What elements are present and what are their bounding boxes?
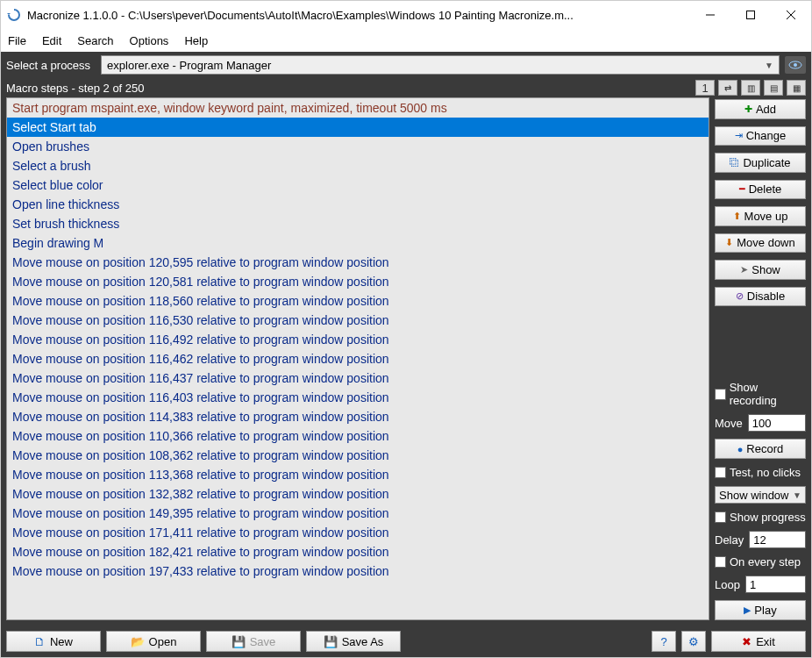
svg-point-5 (794, 63, 797, 67)
tool-grid1[interactable]: ▥ (741, 80, 760, 96)
gear-icon: ⚙ (688, 635, 699, 648)
tool-swap[interactable]: ⇄ (718, 80, 737, 96)
menu-search[interactable]: Search (77, 34, 113, 47)
menu-options[interactable]: Options (130, 34, 169, 47)
menu-edit[interactable]: Edit (42, 34, 61, 47)
delay-field[interactable]: 12 (749, 531, 806, 548)
new-button[interactable]: 🗋New (6, 631, 101, 652)
save-as-icon: 💾 (324, 635, 338, 648)
bottom-bar: 🗋New 📂Open 💾Save 💾Save As ? ⚙ ✖Exit (1, 626, 811, 657)
cursor-icon: ➤ (740, 264, 748, 275)
content: Start program mspaint.exe, window keywor… (1, 97, 811, 626)
show-button[interactable]: ➤Show (715, 260, 806, 280)
record-button[interactable]: ●Record (715, 439, 806, 459)
duplicate-button[interactable]: ⿻Duplicate (715, 153, 806, 173)
step-row[interactable]: Open line thickness (7, 195, 709, 214)
loop-label: Loop (715, 578, 740, 591)
tool-grid3[interactable]: ▦ (787, 80, 806, 96)
tool-first[interactable]: 1 (695, 80, 715, 96)
step-row[interactable]: Move mouse on position 108,362 relative … (7, 446, 709, 465)
save-icon: 💾 (231, 635, 246, 648)
help-button[interactable]: ? (652, 631, 676, 652)
change-icon: ⇥ (735, 130, 743, 141)
step-row[interactable]: Move mouse on position 114,383 relative … (7, 407, 709, 426)
add-button[interactable]: ✚Add (715, 99, 806, 119)
step-row[interactable]: Move mouse on position 118,560 relative … (7, 291, 709, 311)
step-row[interactable]: Move mouse on position 120,595 relative … (7, 253, 709, 272)
settings-button[interactable]: ⚙ (681, 631, 706, 652)
step-row[interactable]: Move mouse on position 182,421 relative … (7, 542, 709, 561)
disable-button[interactable]: ⊘Disable (715, 287, 806, 307)
steps-list[interactable]: Start program mspaint.exe, window keywor… (7, 98, 709, 619)
menu-file[interactable]: File (8, 34, 26, 47)
app-icon (6, 7, 22, 23)
checkbox-icon (715, 389, 726, 400)
step-row[interactable]: Select a brush (7, 156, 709, 175)
step-row[interactable]: Move mouse on position 171,411 relative … (7, 523, 709, 542)
step-row[interactable]: Move mouse on position 116,403 relative … (7, 388, 709, 407)
step-row[interactable]: Move mouse on position 116,462 relative … (7, 349, 709, 368)
step-row[interactable]: Move mouse on position 113,368 relative … (7, 465, 709, 484)
exit-icon: ✖ (742, 635, 751, 648)
steps-header-label: Macro steps - step 2 of 250 (6, 82, 145, 95)
step-row[interactable]: Begin drawing M (7, 233, 709, 253)
help-icon: ? (660, 635, 666, 648)
step-row[interactable]: Move mouse on position 116,492 relative … (7, 330, 709, 349)
folder-open-icon: 📂 (131, 635, 145, 648)
chevron-down-icon: ▼ (793, 490, 801, 500)
duplicate-icon: ⿻ (730, 157, 739, 168)
steps-list-container: Start program mspaint.exe, window keywor… (6, 97, 709, 620)
process-select[interactable]: explorer.exe - Program Manager ▼ (101, 55, 780, 75)
change-button[interactable]: ⇥Change (715, 126, 806, 147)
step-row[interactable]: Select Start tab (7, 118, 709, 137)
close-button[interactable] (771, 1, 811, 29)
open-button[interactable]: 📂Open (106, 631, 201, 652)
step-row[interactable]: Move mouse on position 120,581 relative … (7, 272, 709, 291)
exit-button[interactable]: ✖Exit (711, 631, 806, 652)
move-field[interactable]: 100 (748, 414, 806, 432)
step-row[interactable]: Move mouse on position 132,382 relative … (7, 484, 709, 504)
step-row[interactable]: Move mouse on position 110,366 relative … (7, 426, 709, 446)
step-row[interactable]: Open brushes (7, 137, 709, 156)
step-row[interactable]: Move mouse on position 116,437 relative … (7, 368, 709, 388)
show-progress-check[interactable]: Show progress (715, 511, 806, 524)
step-row[interactable]: Move mouse on position 197,433 relative … (7, 561, 709, 581)
moveup-button[interactable]: ⬆Move up (715, 206, 806, 226)
plus-icon: ✚ (744, 104, 752, 115)
loop-field[interactable]: 1 (745, 576, 806, 593)
checkbox-icon (715, 511, 726, 523)
delete-button[interactable]: ━Delete (715, 180, 806, 200)
saveas-button[interactable]: 💾Save As (306, 631, 401, 652)
menu-help[interactable]: Help (184, 34, 208, 47)
titlebar: Macronize 1.1.0.0 - C:\Users\pever\Docum… (1, 1, 811, 29)
delay-label: Delay (715, 533, 744, 547)
svg-rect-1 (747, 11, 755, 19)
process-value: explorer.exe - Program Manager (107, 59, 271, 72)
every-step-check[interactable]: On every step (715, 555, 806, 569)
step-row[interactable]: Move mouse on position 149,395 relative … (7, 504, 709, 523)
step-row[interactable]: Set brush thickness (7, 214, 709, 233)
move-label: Move (715, 417, 743, 430)
watch-button[interactable] (785, 56, 806, 74)
process-label: Select a process (6, 59, 90, 72)
step-row[interactable]: Start program mspaint.exe, window keywor… (7, 98, 709, 118)
checkbox-icon (715, 467, 726, 478)
play-icon: ▶ (744, 604, 751, 616)
record-icon: ● (737, 444, 744, 454)
checkbox-icon (715, 556, 726, 568)
file-icon: 🗋 (34, 635, 46, 648)
test-check[interactable]: Test, no clicks (715, 466, 806, 479)
play-button[interactable]: ▶Play (715, 600, 806, 620)
tool-grid2[interactable]: ▤ (764, 80, 783, 96)
process-row: Select a process explorer.exe - Program … (1, 52, 811, 78)
menubar: File Edit Search Options Help (1, 29, 811, 52)
save-button[interactable]: 💾Save (206, 631, 301, 652)
maximize-button[interactable] (730, 1, 771, 29)
show-window-select[interactable]: Show window▼ (715, 486, 806, 504)
step-row[interactable]: Select blue color (7, 175, 709, 195)
movedown-button[interactable]: ⬇Move down (715, 233, 806, 254)
show-recording-check[interactable]: Show recording (715, 381, 806, 407)
step-row[interactable]: Move mouse on position 116,530 relative … (7, 311, 709, 330)
disable-icon: ⊘ (736, 290, 744, 302)
minimize-button[interactable] (690, 1, 730, 29)
